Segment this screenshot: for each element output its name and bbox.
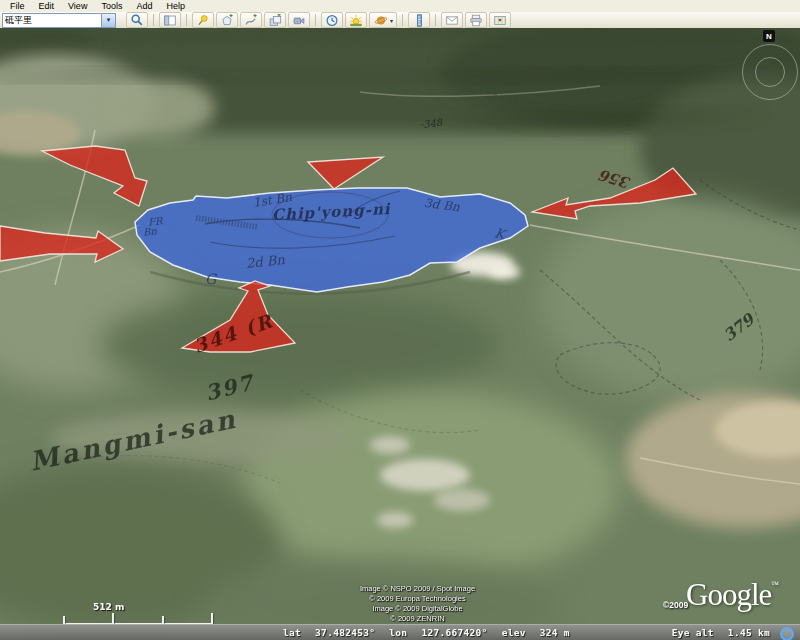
toolbar-separator (435, 14, 436, 26)
credit-line: © 2009 Europa Technologies (300, 594, 535, 604)
lat-value: 37.482453° (315, 627, 375, 638)
record-tour-button[interactable] (288, 12, 310, 28)
clock-icon (325, 14, 339, 27)
menu-item-file[interactable]: File (3, 1, 32, 11)
logo-copyright: ©2009 (663, 600, 688, 610)
map-icon (493, 14, 507, 27)
historical-imagery-button[interactable] (321, 12, 343, 28)
search-icon (130, 13, 144, 27)
menu-item-add[interactable]: Add (129, 1, 159, 11)
view-in-maps-button[interactable] (489, 12, 511, 28)
blue-perimeter-polygon[interactable] (135, 188, 528, 292)
ruler-button[interactable] (408, 12, 430, 28)
search-combobox: ▼ (2, 13, 116, 28)
google-logo-text: Google (686, 577, 771, 612)
status-bar: lat 37.482453° lon 127.667420° elev 324 … (0, 624, 800, 640)
toolbar-separator (402, 14, 403, 26)
streaming-indicator-icon (780, 627, 794, 640)
scale-tick (63, 616, 65, 624)
toolbar-separator (186, 14, 187, 26)
credit-line: © 2009 ZENRIN (300, 614, 535, 624)
imagery-credits: Image © NSPO 2009 / Spot Image © 2009 Eu… (300, 584, 535, 624)
print-button[interactable] (465, 12, 487, 28)
earth-viewport[interactable]: Chip'yong-ni 1st Bn 3d Bn FR Bn 2d Bn G … (0, 28, 800, 640)
scale-bar: 512 m (63, 602, 213, 624)
sun-icon (349, 14, 363, 27)
scale-label: 512 m (93, 602, 124, 612)
image-overlay-icon (268, 14, 282, 27)
email-button[interactable] (441, 12, 463, 28)
add-placemark-button[interactable] (192, 12, 214, 28)
toolbar: ▼ (0, 12, 800, 29)
elev-label: elev (502, 627, 526, 638)
search-input[interactable] (3, 14, 101, 27)
planets-button[interactable]: ▾ (369, 12, 397, 28)
printer-icon (469, 14, 483, 27)
attack-arrow-east[interactable] (532, 168, 696, 219)
attack-arrow-north[interactable] (308, 157, 383, 189)
scale-tick (112, 613, 114, 624)
sidebar-panel-icon (163, 14, 177, 27)
scale-tick (211, 613, 213, 624)
attack-arrow-northwest[interactable] (42, 146, 147, 206)
eye-alt-value: 1.45 km (728, 627, 770, 638)
polygon-icon (220, 14, 234, 27)
show-sidebar-button[interactable] (159, 12, 181, 28)
credit-line: Image © NSPO 2009 / Spot Image (300, 584, 535, 594)
envelope-icon (445, 14, 459, 27)
lon-value: 127.667420° (421, 627, 487, 638)
chevron-down-icon: ▾ (390, 17, 393, 24)
eye-alt-label: Eye alt (672, 627, 714, 638)
menu-item-help[interactable]: Help (159, 1, 192, 11)
saturn-planet-icon (373, 14, 389, 27)
toolbar-separator (315, 14, 316, 26)
menu-item-tools[interactable]: Tools (94, 1, 129, 11)
add-image-overlay-button[interactable] (264, 12, 286, 28)
pushpin-icon (196, 14, 210, 27)
google-logo: Google™ (686, 577, 779, 613)
path-icon (244, 14, 258, 27)
menu-bar: File Edit View Tools Add Help (0, 0, 800, 12)
add-path-button[interactable] (240, 12, 262, 28)
attack-arrow-west[interactable] (0, 226, 123, 262)
add-polygon-button[interactable] (216, 12, 238, 28)
status-eye-altitude: Eye alt 1.45 km (672, 627, 770, 638)
kml-overlays-layer (0, 28, 800, 640)
lon-label: lon (389, 627, 407, 638)
scale-tick (162, 616, 164, 624)
credit-line: Image © 2009 DigitalGlobe (300, 604, 535, 614)
trademark-symbol: ™ (771, 580, 779, 589)
search-button[interactable] (126, 12, 148, 28)
sunlight-button[interactable] (345, 12, 367, 28)
menu-item-edit[interactable]: Edit (32, 1, 62, 11)
menu-item-view[interactable]: View (61, 1, 94, 11)
google-earth-window: { "colors": { "overlay_blue": "#4169d8",… (0, 0, 800, 640)
toolbar-separator (153, 14, 154, 26)
search-dropdown-button[interactable]: ▼ (101, 14, 115, 27)
tour-camera-icon (292, 14, 306, 27)
north-button[interactable]: N (763, 30, 775, 42)
attack-arrow-south[interactable] (182, 281, 295, 352)
compass-inner-ring[interactable] (755, 57, 785, 87)
ruler-icon (412, 14, 426, 27)
status-coordinates: lat 37.482453° lon 127.667420° elev 324 … (283, 627, 578, 638)
lat-label: lat (283, 627, 301, 638)
elev-value: 324 m (540, 627, 570, 638)
